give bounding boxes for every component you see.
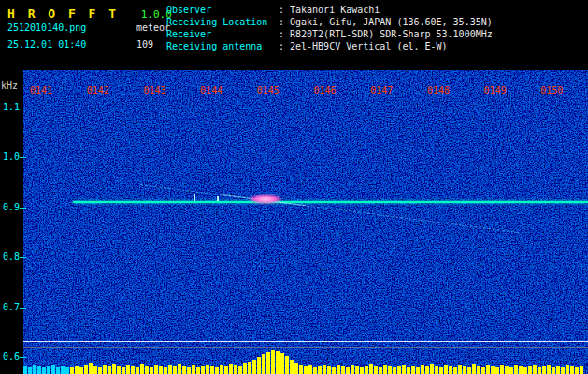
meter-bar xyxy=(369,364,373,374)
meter-bar xyxy=(519,366,523,374)
meter-bar xyxy=(196,367,200,374)
meter-bar xyxy=(495,367,499,374)
time-axis: 0141014201430144014501460147014801490150 xyxy=(0,85,588,96)
meter-bar xyxy=(257,357,261,374)
meter-bar xyxy=(126,365,130,374)
meter-bar xyxy=(65,367,69,374)
meter-bar xyxy=(439,367,443,374)
meter-bar xyxy=(28,367,32,374)
title-row: H R O F F T 1.0.0 xyxy=(7,4,172,22)
meter-bar xyxy=(351,365,354,374)
meter-bar xyxy=(327,366,331,374)
freq-label-0.6: 0.6 xyxy=(3,352,20,362)
meter-bar xyxy=(103,365,107,374)
meter-bar xyxy=(388,366,392,374)
meter-bar xyxy=(89,363,93,374)
meter-bar xyxy=(173,366,177,374)
spectrogram-panel: kHz 014101420143014401450146014701480149… xyxy=(0,65,588,374)
record-timestamp: 25.12.01 01:40 xyxy=(7,39,131,50)
meter-bar xyxy=(379,367,382,374)
meter-bar xyxy=(182,366,186,374)
info-label: Receiver xyxy=(166,29,279,40)
meter-bar xyxy=(449,366,452,374)
meter-bar xyxy=(70,367,74,374)
meter-bar xyxy=(435,366,438,374)
info-value: R820T2(RTL-SDR) SDR-Sharp 53.1000MHz xyxy=(290,29,493,40)
meter-bar xyxy=(304,366,308,374)
frequency-axis: 1.11.00.90.80.70.6 xyxy=(0,65,28,374)
meter-bar xyxy=(168,365,172,374)
meter-bar xyxy=(341,366,345,374)
meter-bar xyxy=(150,367,153,374)
info-label: Observer xyxy=(166,5,279,16)
meter-bar xyxy=(323,365,326,374)
meter-bar xyxy=(556,366,560,374)
meter-bar xyxy=(332,367,336,374)
meter-bar xyxy=(178,364,181,374)
meter-divider-line xyxy=(23,341,588,342)
meter-bar xyxy=(23,366,27,374)
time-label-0146: 0146 xyxy=(314,85,337,95)
meter-bar xyxy=(75,366,79,374)
app-title: H R O F F T xyxy=(7,7,119,21)
meter-bar xyxy=(290,360,294,374)
meter-bar xyxy=(365,366,368,374)
freq-label-0.7: 0.7 xyxy=(3,302,20,312)
meter-bar xyxy=(224,366,228,374)
time-label-0149: 0149 xyxy=(484,85,507,95)
hrofft-window: H R O F F T 1.0.0 2512010140.png meteor … xyxy=(0,0,588,374)
meter-bar xyxy=(154,365,158,374)
station-info-table: Observer:Takanori KawachiReceiving Locat… xyxy=(166,5,493,52)
meter-bar xyxy=(243,363,247,374)
meter-bar xyxy=(42,367,46,374)
info-value: Ogaki, Gifu, JAPAN (136.60E, 35.35N) xyxy=(290,17,493,28)
meter-bar xyxy=(416,367,420,374)
meter-bar xyxy=(425,366,429,374)
meter-bar xyxy=(481,367,485,374)
info-colon: : xyxy=(279,17,290,28)
meter-bar xyxy=(51,365,55,374)
meter-bar xyxy=(262,354,265,374)
meter-bar xyxy=(33,365,36,374)
freq-label-0.8: 0.8 xyxy=(3,252,20,262)
meter-bar xyxy=(523,367,527,374)
time-label-0141: 0141 xyxy=(30,85,52,95)
meter-bar xyxy=(542,366,546,374)
meter-bar xyxy=(37,366,41,374)
timestamp-row: 25.12.01 01:40 109 xyxy=(7,39,153,50)
freq-tick xyxy=(20,257,26,258)
meter-bar xyxy=(570,366,574,374)
meter-bar xyxy=(266,352,270,374)
meter-bar xyxy=(122,367,125,374)
meter-bar xyxy=(355,366,359,374)
meter-bar xyxy=(430,364,434,374)
meter-bar xyxy=(528,366,532,374)
freq-tick xyxy=(20,108,26,108)
meter-bar xyxy=(313,367,317,374)
meter-bar xyxy=(299,365,303,374)
meter-bar xyxy=(98,367,102,374)
meter-bar xyxy=(93,366,97,374)
meter-bar xyxy=(463,366,466,374)
meter-bar xyxy=(108,366,111,374)
meter-bar xyxy=(206,365,209,374)
freq-tick xyxy=(20,208,26,209)
meter-bar xyxy=(201,366,205,374)
echo-count: 109 xyxy=(136,39,153,50)
meter-bar xyxy=(131,366,135,374)
time-label-0150: 0150 xyxy=(540,85,563,95)
info-label: Receiving Location xyxy=(166,17,279,28)
time-label-0143: 0143 xyxy=(143,85,165,95)
meter-bar xyxy=(337,365,340,374)
time-label-0148: 0148 xyxy=(427,85,450,95)
meter-bar xyxy=(79,367,83,374)
meter-bar xyxy=(140,364,144,374)
info-value: 2el-HB9CV Vertical (el. E-W) xyxy=(290,41,493,52)
meter-bar xyxy=(580,366,583,374)
meter-bar xyxy=(453,367,457,374)
output-filename: 2512010140.png xyxy=(7,22,131,33)
meter-bar xyxy=(547,365,551,374)
info-value: Takanori Kawachi xyxy=(290,5,493,16)
meter-bar xyxy=(505,366,509,374)
meter-bar xyxy=(421,365,424,374)
